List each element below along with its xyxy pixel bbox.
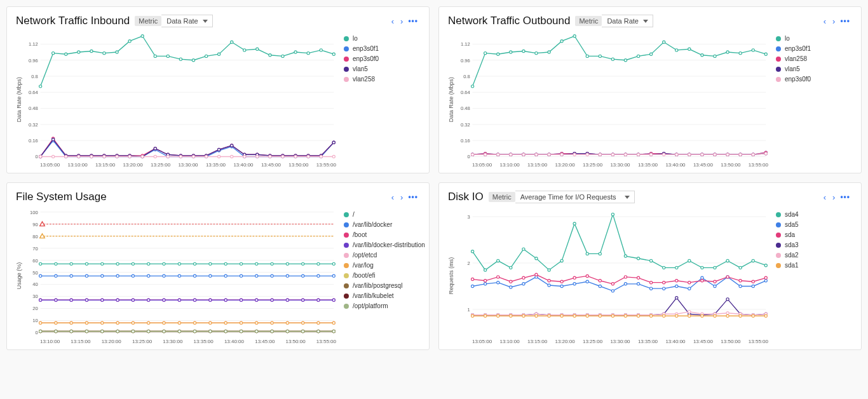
- legend-item[interactable]: sda3: [776, 241, 852, 248]
- legend-item[interactable]: sda4: [776, 211, 852, 218]
- svg-point-401: [85, 321, 88, 324]
- legend-item[interactable]: sda1: [776, 262, 852, 269]
- prev-button[interactable]: ‹: [820, 192, 829, 203]
- legend-item[interactable]: vlan258: [776, 55, 852, 62]
- legend-item[interactable]: /var/lib/kubelet: [344, 292, 420, 299]
- next-button[interactable]: ›: [397, 192, 406, 203]
- legend-item[interactable]: enp3s0f0: [344, 55, 420, 62]
- legend-item[interactable]: sda: [776, 231, 852, 238]
- svg-point-303: [116, 263, 119, 266]
- legend-label: vlan5: [785, 65, 800, 72]
- legend-item[interactable]: enp3s0f0: [776, 76, 852, 83]
- x-tick: 13:05:00: [472, 162, 492, 168]
- svg-point-23: [128, 40, 131, 43]
- legend-item[interactable]: /: [344, 211, 420, 218]
- legend-item[interactable]: lo: [776, 35, 852, 42]
- legend-item[interactable]: /var/lib/postgresql: [344, 282, 420, 289]
- svg-point-509: [535, 257, 538, 260]
- metric-select[interactable]: Average Time for I/O Requests: [515, 191, 635, 203]
- legend-item[interactable]: lo: [344, 35, 420, 42]
- x-tick: 13:30:00: [163, 339, 182, 344]
- legend: sda4 sda5 sda sda3 sda2 sda1: [770, 207, 852, 344]
- svg-point-358: [39, 299, 42, 301]
- more-menu-icon[interactable]: •••: [838, 17, 852, 25]
- legend-item[interactable]: /boot: [344, 231, 420, 238]
- svg-point-568: [675, 280, 678, 282]
- svg-point-545: [688, 287, 691, 290]
- svg-point-508: [522, 248, 525, 250]
- next-button[interactable]: ›: [397, 16, 406, 27]
- x-tick: 13:30:00: [610, 339, 630, 344]
- svg-point-365: [147, 299, 150, 301]
- prev-button[interactable]: ‹: [388, 16, 397, 27]
- svg-point-265: [688, 153, 691, 156]
- svg-point-156: [522, 50, 525, 52]
- svg-point-487: [178, 330, 180, 333]
- x-tick: 13:20:00: [102, 339, 121, 344]
- more-menu-icon[interactable]: •••: [406, 193, 420, 201]
- svg-point-539: [611, 290, 614, 292]
- metric-select[interactable]: Data Rate: [161, 15, 213, 27]
- chart-plot: 0102030405060708090100: [22, 207, 337, 336]
- legend-item[interactable]: vlan5: [776, 65, 852, 72]
- svg-point-494: [286, 330, 288, 333]
- legend-item[interactable]: /var/log: [344, 262, 420, 269]
- prev-button[interactable]: ‹: [388, 192, 397, 203]
- svg-point-174: [752, 49, 754, 51]
- svg-text:0: 0: [468, 154, 470, 159]
- legend-label: enp3s0f0: [353, 55, 379, 62]
- x-tick: 13:40:00: [233, 162, 253, 168]
- legend-item[interactable]: /var/lib/docker-distribution: [344, 241, 420, 248]
- legend-item[interactable]: /boot/efi: [344, 272, 420, 279]
- svg-point-173: [739, 52, 742, 55]
- legend-item[interactable]: enp3s0f1: [344, 45, 420, 52]
- svg-point-592: [675, 297, 678, 299]
- more-menu-icon[interactable]: •••: [406, 17, 420, 25]
- svg-point-271: [764, 152, 767, 155]
- svg-point-489: [209, 330, 212, 333]
- svg-point-39: [332, 53, 335, 55]
- svg-point-373: [271, 299, 273, 301]
- svg-point-631: [560, 314, 563, 317]
- svg-marker-295: [40, 222, 45, 226]
- legend-item[interactable]: /opt/platform: [344, 302, 420, 309]
- more-menu-icon[interactable]: •••: [838, 193, 852, 201]
- next-button[interactable]: ›: [829, 192, 838, 203]
- legend-item[interactable]: /var/lib/docker: [344, 221, 420, 228]
- next-button[interactable]: ›: [829, 16, 838, 27]
- svg-point-482: [101, 330, 104, 333]
- svg-point-367: [178, 299, 180, 301]
- svg-point-132: [294, 155, 297, 158]
- svg-point-337: [332, 274, 335, 277]
- x-tick: 13:50:00: [721, 339, 740, 344]
- svg-text:50: 50: [32, 270, 37, 276]
- svg-point-308: [193, 263, 196, 266]
- panel-network-outbound: Network Traffic Outbound Metric Data Rat…: [438, 6, 862, 173]
- svg-point-551: [764, 280, 767, 282]
- svg-point-566: [650, 281, 653, 284]
- legend-label: /var/log: [353, 262, 374, 269]
- svg-point-569: [688, 281, 691, 284]
- svg-point-497: [332, 330, 335, 333]
- svg-point-532: [522, 283, 525, 285]
- legend-item[interactable]: sda2: [776, 252, 852, 259]
- svg-point-567: [663, 281, 665, 284]
- svg-point-479: [55, 330, 57, 333]
- legend-item[interactable]: sda5: [776, 221, 852, 228]
- legend-label: /var/lib/kubelet: [353, 292, 393, 299]
- svg-point-371: [240, 299, 242, 301]
- legend-item[interactable]: enp3s0f1: [776, 45, 852, 52]
- metric-select[interactable]: Data Rate: [602, 15, 653, 27]
- svg-point-320: [70, 274, 72, 277]
- prev-button[interactable]: ‹: [820, 16, 829, 27]
- legend-item[interactable]: /opt/etcd: [344, 252, 420, 259]
- svg-point-575: [764, 276, 767, 279]
- svg-text:1: 1: [468, 307, 470, 313]
- legend-item[interactable]: vlan258: [344, 76, 420, 83]
- legend-item[interactable]: vlan5: [344, 65, 420, 72]
- svg-text:60: 60: [32, 258, 37, 264]
- chart-plot: 123: [454, 207, 770, 336]
- svg-point-525: [739, 267, 742, 269]
- svg-point-89: [52, 138, 55, 140]
- svg-text:0.32: 0.32: [29, 122, 38, 128]
